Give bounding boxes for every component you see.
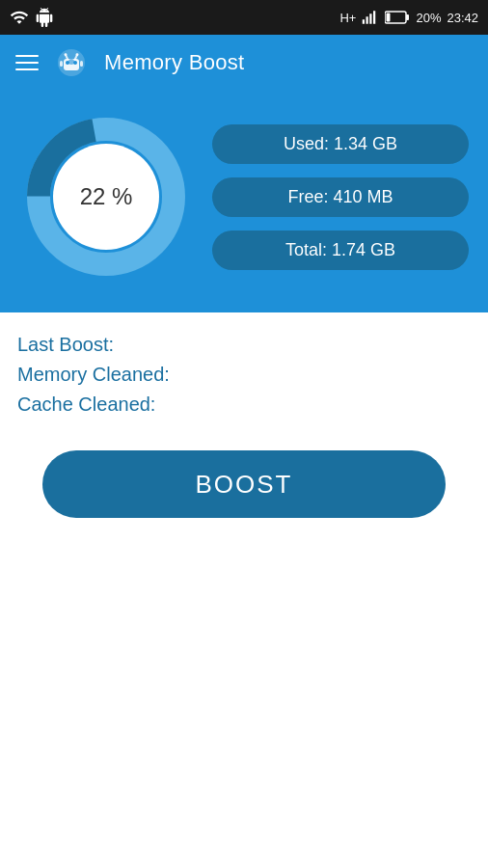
stats-pills: Used: 1.34 GB Free: 410 MB Total: 1.74 G… [212, 124, 469, 270]
memory-cleaned-label: Memory Cleaned: [17, 364, 170, 385]
signal-bars-icon [362, 9, 379, 26]
cache-cleaned-label: Cache Cleaned: [17, 393, 155, 415]
svg-rect-2 [370, 14, 372, 24]
memory-donut-chart: 22 % [19, 110, 193, 284]
svg-rect-5 [387, 14, 391, 22]
status-right: H+ 20% 23:42 [339, 9, 478, 26]
total-memory-value: Total: 1.74 GB [285, 240, 395, 259]
battery-percent: 20% [416, 11, 441, 25]
wifi-icon [10, 8, 29, 27]
signal-type: H+ [339, 11, 356, 25]
last-boost-label: Last Boost: [17, 334, 114, 355]
svg-rect-0 [363, 19, 365, 24]
cache-cleaned-row: Cache Cleaned: [17, 393, 471, 416]
memory-percent: 22 % [80, 183, 133, 210]
svg-point-16 [76, 53, 79, 56]
status-bar: H+ 20% 23:42 [0, 0, 488, 35]
last-boost-row: Last Boost: [17, 334, 471, 356]
used-memory-pill: Used: 1.34 GB [212, 124, 469, 164]
svg-rect-1 [366, 16, 368, 24]
free-memory-pill: Free: 410 MB [212, 177, 469, 217]
menu-button[interactable] [15, 55, 39, 70]
boost-button-container: BOOST [0, 433, 488, 535]
memory-cleaned-row: Memory Cleaned: [17, 364, 471, 386]
battery-icon [385, 10, 410, 25]
status-left-icons [10, 8, 54, 27]
info-section: Last Boost: Memory Cleaned: Cache Cleane… [0, 312, 488, 433]
time-display: 23:42 [447, 11, 478, 25]
app-title: Memory Boost [104, 50, 244, 75]
svg-rect-6 [406, 14, 409, 20]
svg-point-17 [68, 59, 74, 65]
lower-section: Last Boost: Memory Cleaned: Cache Cleane… [0, 312, 488, 535]
stats-section: 22 % Used: 1.34 GB Free: 410 MB Total: 1… [0, 91, 488, 312]
app-logo-icon [54, 45, 89, 80]
free-memory-value: Free: 410 MB [287, 187, 393, 206]
svg-rect-11 [60, 61, 63, 67]
android-icon [35, 8, 54, 27]
donut-center: 22 % [53, 144, 159, 250]
used-memory-value: Used: 1.34 GB [284, 134, 397, 153]
svg-rect-3 [373, 11, 375, 24]
svg-rect-12 [80, 61, 83, 67]
app-bar: Memory Boost [0, 35, 488, 91]
svg-point-15 [65, 53, 68, 56]
boost-button[interactable]: BOOST [42, 450, 446, 518]
total-memory-pill: Total: 1.74 GB [212, 231, 469, 270]
